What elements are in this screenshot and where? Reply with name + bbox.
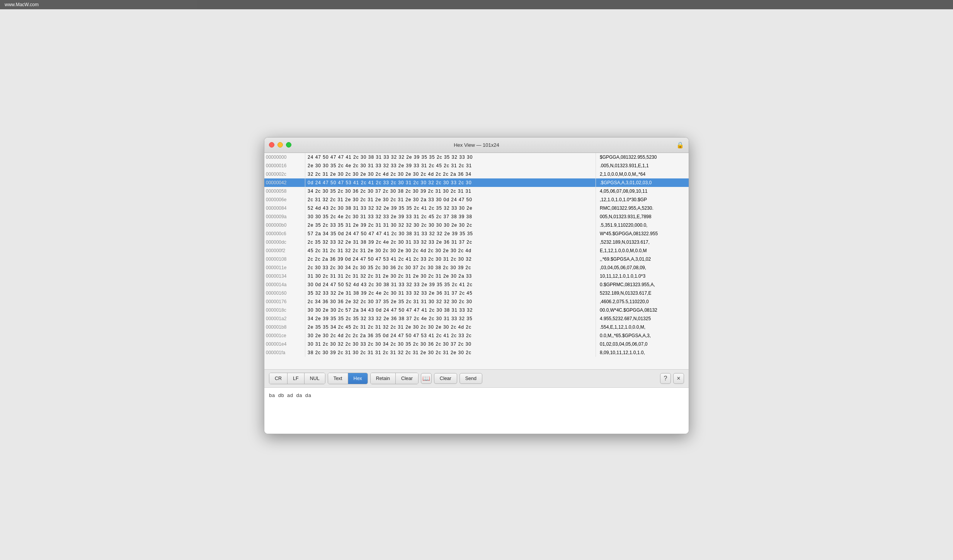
table-row[interactable]: 0000002c32 2c 31 2e 30 2c 30 2e 30 2c 4d… <box>264 170 689 178</box>
table-row[interactable]: 000000c657 2a 34 35 0d 24 47 50 47 47 41… <box>264 229 689 238</box>
row-ascii-values: $GPGGA,081322.955,5230 <box>598 154 687 160</box>
row-separator-2 <box>596 212 596 221</box>
row-hex-values: 30 2e 30 2c 4d 2c 2c 2a 36 35 0d 24 47 5… <box>308 333 593 338</box>
send-button[interactable]: Send <box>459 373 482 384</box>
row-separator <box>305 178 305 187</box>
row-address: 00000058 <box>266 188 303 194</box>
table-row[interactable]: 000000162e 30 30 35 2c 4e 2c 30 31 33 32… <box>264 161 689 170</box>
hex-rows-list: 0000000024 47 50 47 47 41 2c 30 38 31 33… <box>264 153 689 357</box>
row-ascii-values: W*45.$GPGGA,081322.955 <box>598 231 687 236</box>
row-separator <box>305 246 305 255</box>
row-hex-values: 30 31 2c 30 32 2c 30 33 2c 30 34 2c 30 3… <box>308 341 593 347</box>
window-title: Hex View — 101x24 <box>454 142 499 148</box>
row-separator <box>305 306 305 314</box>
row-hex-values: 52 4d 43 2c 30 38 31 33 32 32 2e 39 35 3… <box>308 205 593 211</box>
table-row[interactable]: 000001fa38 2c 30 39 2c 31 30 2c 31 31 2c… <box>264 348 689 357</box>
row-separator-2 <box>596 263 596 272</box>
row-separator <box>305 272 305 280</box>
table-row[interactable]: 000001082c 2c 2a 36 39 0d 24 47 50 47 53… <box>264 255 689 263</box>
row-separator-2 <box>596 255 596 263</box>
table-row[interactable]: 0000009a30 30 35 2c 4e 2c 30 31 33 32 33… <box>264 212 689 221</box>
row-hex-values: 2c 34 36 30 36 2e 32 2c 30 37 35 2e 35 2… <box>308 299 593 304</box>
row-separator <box>305 238 305 246</box>
row-separator-2 <box>596 246 596 255</box>
row-address: 000001b8 <box>266 324 303 330</box>
clear1-button[interactable]: Clear <box>396 373 418 384</box>
row-ascii-values: ,4606.2,075.5,110220,0 <box>598 299 687 304</box>
row-separator <box>305 187 305 195</box>
row-separator <box>305 331 305 340</box>
row-address: 00000084 <box>266 205 303 211</box>
table-row[interactable]: 000000f245 2c 31 2c 31 32 2c 31 2e 30 2c… <box>264 246 689 255</box>
row-ascii-values: .005,N,01323.931,E,1,1 <box>598 163 687 168</box>
table-row[interactable]: 0000014a30 0d 24 47 50 52 4d 43 2c 30 38… <box>264 280 689 289</box>
close-window-button[interactable]: × <box>673 373 684 384</box>
table-row[interactable]: 000000b02e 35 2c 33 35 31 2e 39 2c 31 31… <box>264 221 689 229</box>
table-row[interactable]: 0000011e2c 30 33 2c 30 34 2c 30 35 2c 30… <box>264 263 689 272</box>
row-address: 00000176 <box>266 299 303 304</box>
row-address: 0000014a <box>266 282 303 287</box>
row-ascii-values: 8,09,10,11,12,1.0,1.0, <box>598 350 687 355</box>
hex-rows-container[interactable]: 0000000024 47 50 47 47 41 2c 30 38 31 33… <box>264 153 689 369</box>
table-row[interactable]: 000001a234 2e 39 35 35 2c 35 32 33 32 2e… <box>264 314 689 323</box>
row-separator <box>305 297 305 306</box>
text-button[interactable]: Text <box>328 373 348 384</box>
table-row[interactable]: 0000013431 30 2c 31 31 2c 31 32 2c 31 2e… <box>264 272 689 280</box>
row-address: 000001e4 <box>266 341 303 347</box>
table-row[interactable]: 000001ce30 2e 30 2c 4d 2c 2c 2a 36 35 0d… <box>264 331 689 340</box>
table-row[interactable]: 0000006e2c 31 32 2c 31 2e 30 2c 31 2e 30… <box>264 195 689 204</box>
row-separator-2 <box>596 297 596 306</box>
row-address: 0000009a <box>266 214 303 219</box>
row-address: 0000002c <box>266 171 303 177</box>
row-separator-2 <box>596 331 596 340</box>
table-row[interactable]: 0000016035 32 33 32 2e 31 38 39 2c 4e 2c… <box>264 289 689 297</box>
retain-button[interactable]: Retain <box>371 373 396 384</box>
row-separator-2 <box>596 187 596 195</box>
table-row[interactable]: 0000000024 47 50 47 47 41 2c 30 38 31 33… <box>264 153 689 161</box>
row-hex-values: 35 32 33 32 2e 31 38 39 2c 4e 2c 30 31 3… <box>308 290 593 296</box>
titlebar: Hex View — 101x24 🔒 <box>264 137 689 153</box>
row-hex-values: 31 30 2c 31 31 2c 31 32 2c 31 2e 30 2c 3… <box>308 273 593 279</box>
traffic-lights <box>269 142 291 148</box>
row-separator <box>305 263 305 272</box>
lf-button[interactable]: LF <box>288 373 305 384</box>
row-address: 000000b0 <box>266 222 303 228</box>
row-separator <box>305 348 305 357</box>
table-row[interactable]: 000000dc2c 35 32 33 32 2e 31 38 39 2c 4e… <box>264 238 689 246</box>
help-button[interactable]: ? <box>660 373 671 384</box>
row-separator <box>305 314 305 323</box>
table-row[interactable]: 000000420d 24 47 50 47 53 41 2c 41 2c 33… <box>264 178 689 187</box>
cr-button[interactable]: CR <box>269 373 288 384</box>
table-row[interactable]: 000001e430 31 2c 30 32 2c 30 33 2c 30 34… <box>264 340 689 348</box>
clear2-button[interactable]: Clear <box>434 373 457 384</box>
table-row[interactable]: 000001b82e 35 35 34 2c 45 2c 31 2c 31 32… <box>264 323 689 331</box>
row-address: 000000f2 <box>266 248 303 253</box>
nul-button[interactable]: NUL <box>305 373 325 384</box>
minimize-button[interactable] <box>277 142 283 148</box>
row-address: 000000c6 <box>266 231 303 236</box>
maximize-button[interactable] <box>286 142 291 148</box>
table-row[interactable]: 0000008452 4d 43 2c 30 38 31 33 32 32 2e… <box>264 204 689 212</box>
hex-button[interactable]: Hex <box>348 373 368 384</box>
row-hex-values: 2c 31 32 2c 31 2e 30 2c 31 2e 30 2c 31 2… <box>308 197 593 202</box>
table-row[interactable]: 0000018c30 30 2e 30 2c 57 2a 34 43 0d 24… <box>264 306 689 314</box>
row-address: 000001fa <box>266 350 303 355</box>
row-separator-2 <box>596 153 596 161</box>
row-address: 000001ce <box>266 333 303 338</box>
watermark-url: www.MacW.com <box>5 2 39 7</box>
table-row[interactable]: 000001762c 34 36 30 36 2e 32 2c 30 37 35… <box>264 297 689 306</box>
row-separator-2 <box>596 289 596 297</box>
close-button[interactable] <box>269 142 274 148</box>
bookmark-icon[interactable]: 📖 <box>421 373 432 384</box>
input-text: ba db ad da da <box>269 393 311 399</box>
table-row[interactable]: 0000005834 2c 30 35 2c 30 36 2c 30 37 2c… <box>264 187 689 195</box>
row-ascii-values: 10,11,12,1.0,1.0,1.0*3 <box>598 273 687 279</box>
row-ascii-values: .$GPGSA,A,3,01,02,03,0 <box>598 180 687 185</box>
lock-icon: 🔒 <box>676 141 684 149</box>
row-separator <box>305 204 305 212</box>
row-address: 00000042 <box>266 180 303 185</box>
row-separator <box>305 221 305 229</box>
retain-clear-group: Retain Clear <box>370 373 419 384</box>
row-address: 00000016 <box>266 163 303 168</box>
row-hex-values: 2c 30 33 2c 30 34 2c 30 35 2c 30 36 2c 3… <box>308 265 593 270</box>
